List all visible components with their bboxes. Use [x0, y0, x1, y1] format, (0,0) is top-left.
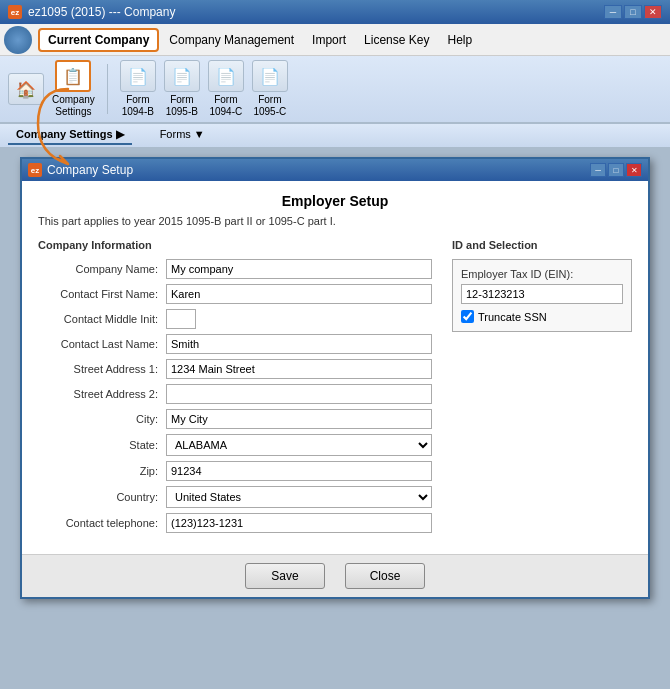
menu-bar: Current Company Company Management Impor… [0, 24, 670, 56]
menu-item-help[interactable]: Help [439, 30, 480, 50]
section-forms[interactable]: Forms ▼ [152, 126, 213, 145]
form-row-telephone: Contact telephone: [38, 513, 432, 533]
toolbar: 🏠 📋 CompanySettings 📄 Form1094-B 📄 Form1… [0, 56, 670, 123]
contact-telephone-input[interactable] [166, 513, 432, 533]
zip-input[interactable] [166, 461, 432, 481]
minimize-button[interactable]: ─ [604, 5, 622, 19]
toolbar-form-1094c[interactable]: 📄 Form1094-C [208, 60, 244, 118]
menu-item-company-management[interactable]: Company Management [161, 30, 302, 50]
contact-last-name-label: Contact Last Name: [38, 338, 158, 350]
employer-setup-desc: This part applies to year 2015 1095-B pa… [38, 215, 632, 227]
form-1095b-label: Form1095-B [166, 94, 198, 118]
form-row-contact-middle-init: Contact Middle Init: [38, 309, 432, 329]
maximize-button[interactable]: □ [624, 5, 642, 19]
dialog-overlay: ez Company Setup ─ □ ✕ Employer Setup Th… [0, 147, 670, 689]
dialog-controls: ─ □ ✕ [590, 163, 642, 177]
state-label: State: [38, 439, 158, 451]
truncate-ssn-row: Truncate SSN [461, 310, 623, 323]
dialog-footer: Save Close [22, 554, 648, 597]
form-row-city: City: [38, 409, 432, 429]
state-select[interactable]: ALABAMA ALASKA ARIZONA [166, 434, 432, 456]
employer-setup-heading: Employer Setup [38, 193, 632, 209]
toolbar-company-settings[interactable]: 📋 CompanySettings [52, 60, 95, 118]
form-row-country: Country: United States Canada Mexico [38, 486, 432, 508]
street-address-1-label: Street Address 1: [38, 363, 158, 375]
window-controls: ─ □ ✕ [604, 5, 662, 19]
form-row-contact-first-name: Contact First Name: [38, 284, 432, 304]
ein-label: Employer Tax ID (EIN): [461, 268, 623, 280]
zip-label: Zip: [38, 465, 158, 477]
dialog-title-bar: ez Company Setup ─ □ ✕ [22, 159, 648, 181]
app-logo [4, 26, 32, 54]
id-selection-label: ID and Selection [452, 239, 632, 251]
company-name-input[interactable] [166, 259, 432, 279]
dialog-icon: ez [28, 163, 42, 177]
dialog-minimize[interactable]: ─ [590, 163, 606, 177]
company-settings-icon[interactable]: 📋 [55, 60, 91, 92]
close-button[interactable]: ✕ [644, 5, 662, 19]
form-1095c-label: Form1095-C [253, 94, 286, 118]
menu-item-current-company[interactable]: Current Company [38, 28, 159, 52]
form-1094c-icon[interactable]: 📄 [208, 60, 244, 92]
contact-telephone-label: Contact telephone: [38, 517, 158, 529]
form-1095c-icon[interactable]: 📄 [252, 60, 288, 92]
window-title: ez1095 (2015) --- Company [28, 5, 175, 19]
form-1094c-label: Form1094-C [209, 94, 242, 118]
section-bar: Company Settings ▶ Forms ▼ [0, 123, 670, 147]
city-input[interactable] [166, 409, 432, 429]
ein-input[interactable] [461, 284, 623, 304]
truncate-ssn-label: Truncate SSN [478, 311, 547, 323]
street-address-2-input[interactable] [166, 384, 432, 404]
title-bar: ez ez1095 (2015) --- Company ─ □ ✕ [0, 0, 670, 24]
toolbar-home[interactable]: 🏠 [8, 73, 44, 105]
toolbar-form-1094b[interactable]: 📄 Form1094-B [120, 60, 156, 118]
main-window: Current Company Company Management Impor… [0, 24, 670, 689]
form-row-state: State: ALABAMA ALASKA ARIZONA [38, 434, 432, 456]
contact-last-name-input[interactable] [166, 334, 432, 354]
form-1094b-label: Form1094-B [122, 94, 154, 118]
home-icon[interactable]: 🏠 [8, 73, 44, 105]
form-row-company-name: Company Name: [38, 259, 432, 279]
ein-box: Employer Tax ID (EIN): Truncate SSN [452, 259, 632, 332]
contact-first-name-label: Contact First Name: [38, 288, 158, 300]
form-1095b-icon[interactable]: 📄 [164, 60, 200, 92]
company-settings-label: CompanySettings [52, 94, 95, 118]
street-address-1-input[interactable] [166, 359, 432, 379]
contact-middle-init-input[interactable] [166, 309, 196, 329]
contact-first-name-input[interactable] [166, 284, 432, 304]
toolbar-separator [107, 64, 108, 114]
right-panel: ID and Selection Employer Tax ID (EIN): … [452, 239, 632, 538]
menu-item-import[interactable]: Import [304, 30, 354, 50]
city-label: City: [38, 413, 158, 425]
company-info-label: Company Information [38, 239, 432, 251]
form-row-street-address-1: Street Address 1: [38, 359, 432, 379]
company-name-label: Company Name: [38, 263, 158, 275]
save-button[interactable]: Save [245, 563, 325, 589]
form-1094b-icon[interactable]: 📄 [120, 60, 156, 92]
form-row-zip: Zip: [38, 461, 432, 481]
truncate-ssn-checkbox[interactable] [461, 310, 474, 323]
left-panel: Company Information Company Name: Contac… [38, 239, 432, 538]
dialog-window: ez Company Setup ─ □ ✕ Employer Setup Th… [20, 157, 650, 599]
street-address-2-label: Street Address 2: [38, 388, 158, 400]
menu-item-license-key[interactable]: License Key [356, 30, 437, 50]
close-dialog-button[interactable]: Close [345, 563, 425, 589]
form-row-street-address-2: Street Address 2: [38, 384, 432, 404]
toolbar-form-1095b[interactable]: 📄 Form1095-B [164, 60, 200, 118]
contact-middle-init-label: Contact Middle Init: [38, 313, 158, 325]
country-label: Country: [38, 491, 158, 503]
dialog-maximize[interactable]: □ [608, 163, 624, 177]
country-select[interactable]: United States Canada Mexico [166, 486, 432, 508]
app-icon: ez [8, 5, 22, 19]
section-company-settings[interactable]: Company Settings ▶ [8, 126, 132, 145]
toolbar-form-1095c[interactable]: 📄 Form1095-C [252, 60, 288, 118]
dialog-close[interactable]: ✕ [626, 163, 642, 177]
form-row-contact-last-name: Contact Last Name: [38, 334, 432, 354]
dialog-title: Company Setup [47, 163, 133, 177]
dialog-content: Employer Setup This part applies to year… [22, 181, 648, 554]
setup-body: Company Information Company Name: Contac… [38, 239, 632, 538]
